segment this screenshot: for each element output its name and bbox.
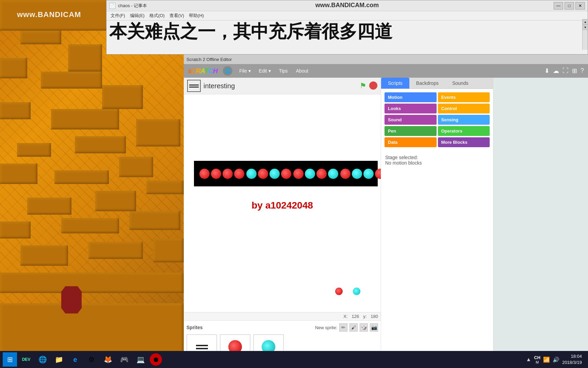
block-cat-sensing[interactable]: Sensing: [438, 115, 490, 125]
scroll-down-btn[interactable]: ▼: [583, 25, 588, 30]
notepad-close-btn[interactable]: ✕: [575, 2, 585, 10]
circle-red-10: [375, 169, 381, 179]
nav-help-icon[interactable]: ?: [581, 67, 584, 75]
taskbar-clock[interactable]: 18:04 2018/3/19: [562, 353, 582, 366]
circle-cyan-1: [246, 169, 257, 179]
systray-arrow-icon[interactable]: ▲: [526, 356, 532, 363]
notepad-menu-format[interactable]: 格式(O): [147, 12, 167, 19]
circle-red-1: [199, 169, 210, 179]
scratch-nav-edit[interactable]: Edit ▾: [258, 67, 272, 74]
new-sprite-draw-btn[interactable]: ✏: [339, 323, 347, 332]
taskbar-app-record[interactable]: ⏺: [150, 353, 162, 366]
scratch-window-title: Scratch 2 Offline Editor: [186, 57, 232, 62]
dot-cyan-bottom: [353, 288, 360, 295]
circle-red-5: [258, 169, 268, 179]
taskbar: ⊞ DEV 🌐 📁 e ⚙ 🦊 🎮 💻 ⏺ ▲ CH M 📶 🔊 18:04 2…: [0, 351, 588, 368]
nav-fullscreen2-icon[interactable]: ⊞: [572, 67, 577, 75]
new-sprite-label: New sprite:: [315, 325, 337, 330]
dot-red-bottom: [335, 288, 343, 295]
notepad-maximize-btn[interactable]: □: [565, 2, 574, 10]
taskbar-app-unknown2[interactable]: 🎮: [117, 352, 131, 367]
notepad-scrollbar[interactable]: ▲ ▼: [582, 19, 588, 50]
clock-time: 18:04: [562, 353, 582, 359]
nav-cloud-icon[interactable]: ☁: [553, 67, 559, 75]
systray-network-icon[interactable]: 📶: [543, 356, 550, 363]
stage-bottom-dots: [335, 288, 360, 295]
block-cat-motion[interactable]: Motion: [385, 92, 437, 102]
stage-sprite-thumbnail: [187, 80, 201, 92]
scratch-nav-file[interactable]: File ▾: [238, 67, 252, 74]
coord-x-val: 126: [352, 314, 359, 319]
new-sprite-upload-btn[interactable]: 📷: [370, 323, 378, 332]
block-cat-sound[interactable]: Sound: [385, 115, 437, 125]
circle-red-8: [316, 169, 327, 179]
sprites-label: Sprites: [186, 325, 202, 330]
tab-sounds[interactable]: Sounds: [445, 78, 475, 89]
block-cat-events[interactable]: Events: [438, 92, 490, 102]
block-cat-pen[interactable]: Pen: [385, 126, 437, 136]
taskbar-app-files[interactable]: 📁: [52, 352, 66, 367]
block-cat-control[interactable]: Control: [438, 104, 490, 113]
notepad-menu-help[interactable]: 帮助(H): [187, 12, 206, 19]
notepad-menu-edit[interactable]: 编辑(E): [128, 12, 147, 19]
scratch-titlebar: Scratch 2 Offline Editor: [184, 55, 588, 64]
taskbar-systray: ▲ CH M 📶 🔊 18:04 2018/3/19: [523, 353, 585, 366]
stage-credit-text: by a10242048: [251, 200, 313, 211]
game-character: [61, 286, 82, 313]
nav-fullscreen-icon[interactable]: ⛶: [562, 67, 569, 75]
circle-red-4: [234, 169, 244, 179]
block-cat-data[interactable]: Data: [385, 137, 437, 147]
clock-date: 2018/3/19: [562, 359, 582, 366]
scratch-nav-tips[interactable]: Tips: [278, 67, 289, 74]
taskbar-app-settings[interactable]: ⚙: [84, 352, 99, 367]
block-cat-more[interactable]: More Blocks: [438, 137, 490, 147]
scratch-scripts-panel: Scripts Backdrops Sounds Motion Events L…: [381, 78, 493, 368]
mixed-circles-group3: [340, 169, 381, 179]
circle-red-3: [223, 169, 233, 179]
scratch-logo: sCRATCH: [188, 67, 217, 75]
tab-scripts[interactable]: Scripts: [381, 78, 409, 89]
stage-selected-info: Stage selected: No motion blocks: [381, 151, 493, 170]
scratch-globe-icon[interactable]: 🌐: [223, 66, 232, 76]
notepad-window: 📄 chaos - 记事本 www.BANDICAM.com — □ ✕ 文件(…: [106, 0, 588, 55]
notepad-title: chaos - 记事本: [118, 3, 147, 9]
circle-red-7: [293, 169, 304, 179]
stage-selected-label: Stage selected:: [385, 155, 489, 160]
green-flag-button[interactable]: ⚑: [360, 81, 366, 90]
circle-cyan-5: [352, 169, 362, 179]
bandicam-watermark: www.BANDICAM: [17, 10, 81, 19]
coord-y-val: 180: [371, 314, 378, 319]
notepad-minimize-btn[interactable]: —: [554, 2, 563, 10]
taskbar-app-edge[interactable]: e: [68, 352, 82, 367]
game-background: www.BANDICAM: [0, 0, 184, 368]
taskbar-input-indicator[interactable]: CH M: [534, 355, 540, 364]
circle-red-6: [281, 169, 291, 179]
block-cat-looks[interactable]: Looks: [385, 104, 437, 113]
coord-x-label: X:: [343, 314, 347, 319]
systray-volume-icon[interactable]: 🔊: [553, 356, 559, 363]
new-sprite-random-btn[interactable]: 🎲: [360, 323, 368, 332]
block-cat-operators[interactable]: Operators: [438, 126, 490, 136]
nav-download-icon[interactable]: ⬇: [544, 67, 550, 75]
stage-coordinates: X: 126 y: 180: [184, 312, 381, 320]
mixed-circles-group2: [293, 169, 338, 179]
scroll-up-btn[interactable]: ▲: [583, 19, 588, 25]
red-circles-group1: [199, 169, 244, 179]
notepad-menu-file[interactable]: 文件(F): [109, 12, 127, 19]
scratch-stage-name: interesting: [203, 82, 357, 90]
tab-backdrops[interactable]: Backdrops: [409, 78, 445, 89]
new-sprite-paint-btn[interactable]: 🖌: [349, 323, 358, 332]
notepad-menu-view[interactable]: 查看(V): [167, 12, 186, 19]
red-stop-button[interactable]: [369, 81, 377, 90]
start-button[interactable]: ⊞: [3, 352, 17, 367]
scratch-nav-about[interactable]: About: [295, 67, 310, 74]
scripts-tabs: Scripts Backdrops Sounds: [381, 78, 493, 89]
input-mode-label: M: [536, 360, 539, 364]
taskbar-app-explorer[interactable]: 💻: [133, 352, 148, 367]
scratch-stage-canvas: by a10242048: [184, 94, 381, 312]
taskbar-app-unknown1[interactable]: 🦊: [101, 352, 115, 367]
taskbar-app-dev[interactable]: DEV: [19, 352, 33, 367]
taskbar-app-chrome[interactable]: 🌐: [35, 352, 50, 367]
blocks-categories: Motion Events Looks Control Sound Sensin…: [381, 89, 493, 151]
scratch-stage-panel: interesting ⚑: [184, 78, 381, 368]
